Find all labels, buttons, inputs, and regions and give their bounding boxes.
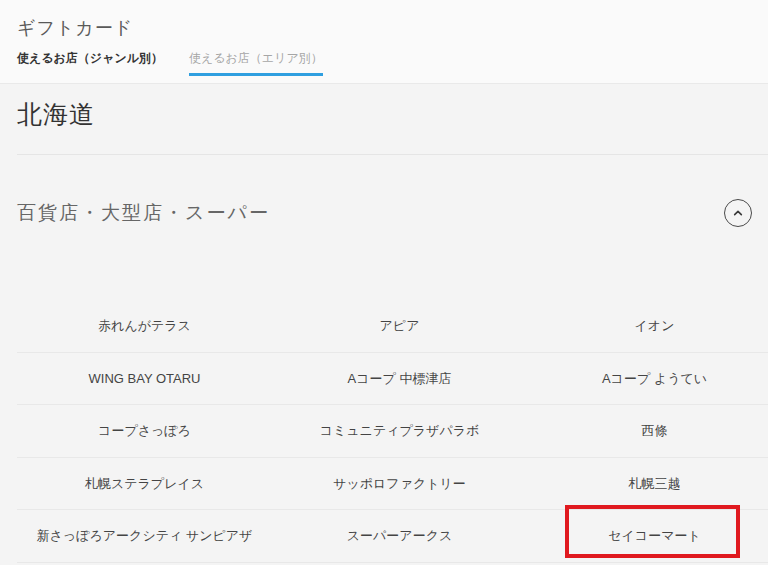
store-cell[interactable]: セイコーマート — [527, 510, 768, 563]
collapse-section-button[interactable] — [724, 199, 752, 227]
store-cell[interactable]: WING BAY OTARU — [17, 353, 272, 406]
store-cell[interactable]: 新さっぽろアークシティ サンピアザ — [17, 510, 272, 563]
region-heading: 北海道 — [17, 97, 768, 131]
store-table: 赤れんがテラスアピアイオンWING BAY OTARUAコープ 中標津店Aコープ… — [17, 300, 768, 563]
tab-area-active-underline — [189, 73, 323, 76]
store-cell[interactable]: 札幌三越 — [527, 458, 768, 511]
tab-area[interactable]: 使えるお店（エリア別） — [189, 50, 323, 70]
store-cell[interactable]: コミュニティプラザパラボ — [272, 405, 527, 458]
region-divider — [17, 154, 768, 155]
store-cell[interactable]: Aコープ 中標津店 — [272, 353, 527, 406]
chevron-up-icon — [730, 205, 746, 221]
store-cell[interactable]: 赤れんがテラス — [17, 300, 272, 353]
section-title: 百貨店・大型店・スーパー — [17, 200, 270, 226]
page-header: ギフトカード 使えるお店（ジャンル別） 使えるお店（エリア別） — [0, 0, 768, 84]
tab-bar: 使えるお店（ジャンル別） 使えるお店（エリア別） — [17, 50, 768, 70]
page-title: ギフトカード — [17, 16, 768, 40]
store-cell[interactable]: アピア — [272, 300, 527, 353]
section-header: 百貨店・大型店・スーパー — [17, 198, 752, 227]
store-cell[interactable]: コープさっぽろ — [17, 405, 272, 458]
store-cell[interactable]: イオン — [527, 300, 768, 353]
store-cell[interactable]: 西條 — [527, 405, 768, 458]
tab-area-label: 使えるお店（エリア別） — [189, 51, 323, 65]
store-cell[interactable]: サッポロファクトリー — [272, 458, 527, 511]
store-cell[interactable]: Aコープ ようてい — [527, 353, 768, 406]
store-cell[interactable]: スーパーアークス — [272, 510, 527, 563]
tab-genre[interactable]: 使えるお店（ジャンル別） — [17, 50, 163, 70]
tab-genre-label: 使えるお店（ジャンル別） — [17, 51, 163, 65]
store-cell[interactable]: 札幌ステラプレイス — [17, 458, 272, 511]
tab-genre-underline — [17, 73, 163, 76]
